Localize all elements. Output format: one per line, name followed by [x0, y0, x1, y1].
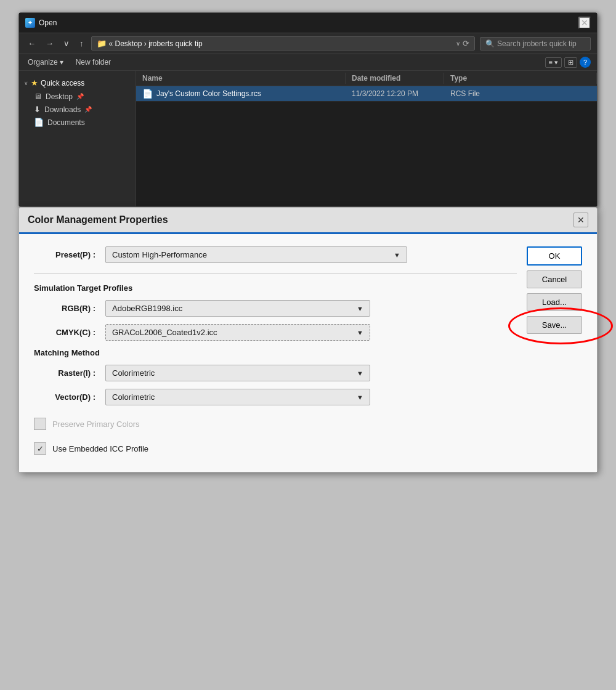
rgb-dropdown-arrow: ▼ [357, 305, 363, 312]
rgb-row: RGB(R) : AdobeRGB1998.icc ▼ [34, 300, 517, 317]
organize-label: Organize [28, 58, 58, 67]
color-dialog-titlebar: Color Management Properties ✕ [19, 208, 597, 234]
raster-dropdown-arrow: ▼ [357, 370, 363, 377]
dialog-columns: Preset(P) : Custom High-Performance ▼ Si… [34, 246, 582, 460]
dialog-icon: ✦ [25, 18, 35, 28]
rgb-value: AdobeRGB1998.icc [112, 304, 182, 313]
back-button[interactable]: ← [25, 38, 38, 49]
file-dialog-body: ∨ ★ Quick access 🖥 Desktop 📌 ⬇ Downloads… [19, 71, 597, 206]
matching-section: Matching Method Raster(I) : Colorimetric… [34, 348, 517, 405]
file-dialog-toolbar: ← → ∨ ↑ 📁 « Desktop › jroberts quick tip… [19, 33, 597, 54]
preset-label: Preset(P) : [34, 250, 95, 259]
cmyk-row: CMYK(C) : GRACoL2006_Coated1v2.icc ▼ [34, 324, 517, 341]
color-management-dialog: Color Management Properties ✕ Preset(P) … [18, 207, 598, 473]
grid-view-button[interactable]: ⊞ [564, 57, 577, 68]
sidebar-item-documents-label: Documents [47, 118, 85, 127]
file-open-dialog: ✦ Open ✕ ← → ∨ ↑ 📁 « Desktop › jroberts … [18, 12, 598, 207]
cancel-button[interactable]: Cancel [527, 270, 582, 288]
vector-value: Colorimetric [112, 392, 155, 402]
search-placeholder: Search jroberts quick tip [497, 39, 577, 48]
file-list-area: Name Date modified Type 📄 Jay's Custom C… [136, 71, 597, 206]
cmyk-value: GRACoL2006_Coated1v2.icc [112, 328, 217, 337]
col-name[interactable]: Name [136, 73, 346, 84]
downloads-icon: ⬇ [34, 105, 41, 114]
star-icon: ★ [31, 78, 38, 87]
color-dialog-close-button[interactable]: ✕ [573, 213, 588, 227]
preset-value: Custom High-Performance [112, 250, 207, 259]
quick-access-section[interactable]: ∨ ★ Quick access [19, 76, 136, 90]
new-folder-button[interactable]: New folder [73, 57, 113, 68]
help-button[interactable]: ? [580, 57, 591, 68]
dropdown-button[interactable]: ∨ [61, 38, 72, 49]
file-dialog-sidebar: ∨ ★ Quick access 🖥 Desktop 📌 ⬇ Downloads… [19, 71, 136, 206]
col-type[interactable]: Type [444, 73, 597, 84]
address-bar[interactable]: 📁 « Desktop › jroberts quick tip ∨ ⟳ [91, 36, 476, 51]
divider [34, 273, 517, 274]
list-view-button[interactable]: ≡ ▾ [545, 57, 562, 68]
col-date[interactable]: Date modified [346, 73, 444, 84]
organize-arrow: ▾ [60, 58, 63, 67]
load-button[interactable]: Load... [527, 293, 582, 311]
ok-button[interactable]: OK [527, 246, 582, 266]
preset-dropdown[interactable]: Custom High-Performance ▼ [105, 246, 407, 263]
pin-icon-2: 📌 [84, 106, 92, 113]
preset-row: Preset(P) : Custom High-Performance ▼ [34, 246, 517, 263]
cmyk-dropdown[interactable]: GRACoL2006_Coated1v2.icc ▼ [105, 324, 370, 341]
check-icon: ✓ [37, 444, 44, 453]
rgb-dropdown[interactable]: AdobeRGB1998.icc ▼ [105, 300, 370, 317]
folder-icon: 📁 [97, 39, 107, 48]
simulation-section-title: Simulation Target Profiles [34, 283, 517, 293]
sidebar-item-downloads[interactable]: ⬇ Downloads 📌 [19, 103, 136, 116]
raster-dropdown[interactable]: Colorimetric ▼ [105, 365, 370, 381]
titlebar-left: ✦ Open [25, 18, 57, 28]
file-list-header: Name Date modified Type [136, 71, 597, 86]
search-bar[interactable]: 🔍 Search jroberts quick tip [480, 37, 591, 51]
save-button[interactable]: Save... [527, 316, 582, 334]
form-area: Preset(P) : Custom High-Performance ▼ Si… [34, 246, 517, 460]
cmyk-label: CMYK(C) : [34, 328, 95, 337]
documents-icon: 📄 [34, 118, 44, 127]
matching-header-row: Matching Method [34, 348, 517, 357]
sidebar-item-desktop[interactable]: 🖥 Desktop 📌 [19, 90, 136, 103]
icc-label: Use Embedded ICC Profile [52, 444, 148, 453]
sidebar-item-documents[interactable]: 📄 Documents [19, 116, 136, 129]
cmyk-dropdown-arrow: ▼ [357, 329, 363, 336]
matching-title: Matching Method [34, 348, 517, 357]
raster-label: Raster(I) : [34, 368, 95, 378]
color-dialog-body: Preset(P) : Custom High-Performance ▼ Si… [19, 234, 597, 472]
organize-button[interactable]: Organize ▾ [25, 57, 66, 68]
file-dialog-title: Open [39, 18, 57, 27]
preserve-checkbox[interactable] [34, 418, 46, 430]
icc-checkbox[interactable]: ✓ [34, 442, 46, 455]
search-icon: 🔍 [485, 39, 495, 48]
save-wrapper: Save... [527, 316, 582, 334]
pin-icon: 📌 [76, 93, 84, 100]
forward-button[interactable]: → [43, 38, 56, 49]
quick-access-label: Quick access [41, 79, 84, 87]
right-buttons: OK Cancel Load... Save... [527, 246, 582, 460]
up-button[interactable]: ↑ [77, 38, 86, 49]
raster-row: Raster(I) : Colorimetric ▼ [34, 365, 517, 381]
table-row[interactable]: 📄 Jay's Custom Color Settings.rcs 11/3/2… [136, 86, 597, 102]
address-path: « Desktop › jroberts quick tip [109, 39, 454, 48]
preset-dropdown-arrow: ▼ [394, 251, 400, 259]
vector-label: Vector(D) : [34, 392, 95, 402]
color-dialog-title: Color Management Properties [28, 214, 168, 225]
file-date-cell: 11/3/2022 12:20 PM [346, 89, 444, 98]
file-name-cell: 📄 Jay's Custom Color Settings.rcs [136, 89, 346, 99]
icc-row: ✓ Use Embedded ICC Profile [34, 442, 517, 455]
file-dialog-subbar: Organize ▾ New folder ≡ ▾ ⊞ ? [19, 54, 597, 71]
address-dropdown-arrow[interactable]: ∨ [456, 40, 460, 47]
vector-row: Vector(D) : Colorimetric ▼ [34, 389, 517, 405]
address-refresh-button[interactable]: ⟳ [463, 39, 469, 48]
rgb-label: RGB(R) : [34, 304, 95, 313]
vector-dropdown-arrow: ▼ [357, 394, 363, 401]
sidebar-item-downloads-label: Downloads [44, 105, 81, 114]
file-dialog-close-button[interactable]: ✕ [578, 17, 591, 29]
raster-value: Colorimetric [112, 368, 155, 378]
view-icons-group: ≡ ▾ ⊞ ? [545, 57, 591, 68]
vector-dropdown[interactable]: Colorimetric ▼ [105, 389, 370, 405]
file-type-cell: RCS File [444, 89, 597, 98]
quick-access-chevron: ∨ [24, 80, 28, 86]
file-name-text: Jay's Custom Color Settings.rcs [156, 89, 261, 98]
